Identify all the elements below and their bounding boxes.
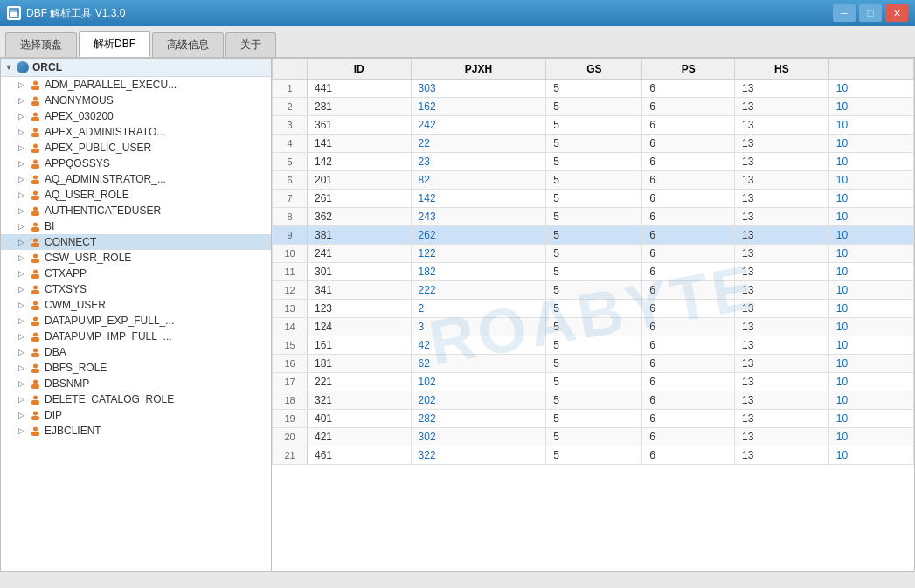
table-row[interactable]: 141243561310 xyxy=(273,318,914,336)
tree-item[interactable]: ▷ EJBCLIENT xyxy=(1,423,271,439)
tree-item-label: AQ_USER_ROLE xyxy=(45,189,129,201)
user-icon xyxy=(29,299,41,311)
cell-extra: 10 xyxy=(828,226,913,245)
table-row[interactable]: 19401282561310 xyxy=(273,410,914,428)
table-body: 1441303561310228116256131033612425613104… xyxy=(273,80,914,465)
table-row[interactable]: 8362243561310 xyxy=(273,208,914,226)
tree-item[interactable]: ▷ AUTHENTICATEDUSER xyxy=(1,203,271,218)
expand-arrow: ▷ xyxy=(17,96,25,105)
data-table-wrapper[interactable]: ROABYTE ID PJXH GS PS HS 144130356131022… xyxy=(272,59,914,571)
svg-point-30 xyxy=(33,301,38,305)
user-icon xyxy=(29,393,41,405)
cell-rownum: 1 xyxy=(273,80,308,98)
expand-arrow: ▷ xyxy=(17,395,25,404)
svg-rect-19 xyxy=(31,211,39,216)
tree-item[interactable]: ▷ APEX_030200 xyxy=(1,108,271,124)
tree-root-item[interactable]: ▼ ORCL xyxy=(1,59,271,77)
col-header-rownum xyxy=(273,59,308,80)
status-bar xyxy=(0,571,915,588)
col-header-hs[interactable]: HS xyxy=(734,59,828,80)
cell-rownum: 21 xyxy=(273,446,308,465)
table-row[interactable]: 7261142561310 xyxy=(273,190,914,208)
col-header-gs[interactable]: GS xyxy=(546,59,642,80)
tab-parse-dbf[interactable]: 解析DBF xyxy=(79,31,150,57)
cell-id: 123 xyxy=(308,300,412,318)
tab-about[interactable]: 关于 xyxy=(225,32,276,57)
table-row[interactable]: 11301182561310 xyxy=(273,263,914,281)
expand-arrow: ▷ xyxy=(17,269,25,278)
cell-ps: 6 xyxy=(642,355,735,373)
tree-item[interactable]: ▷ CTXSYS xyxy=(1,281,271,297)
table-row[interactable]: 10241122561310 xyxy=(273,245,914,263)
tree-item[interactable]: ▷ AQ_ADMINISTRATOR_... xyxy=(1,171,271,187)
cell-pjxh: 22 xyxy=(411,135,546,153)
table-row[interactable]: 1441303561310 xyxy=(273,80,914,98)
app-title: DBF 解析工具 V1.3.0 xyxy=(26,6,125,21)
table-row[interactable]: 414122561310 xyxy=(273,135,914,153)
svg-point-2 xyxy=(33,80,38,85)
col-header-id[interactable]: ID xyxy=(308,59,412,80)
tree-item[interactable]: ▷ DATAPUMP_IMP_FULL_... xyxy=(1,329,271,344)
col-header-ps[interactable]: PS xyxy=(642,59,735,80)
minimize-button[interactable]: ─ xyxy=(833,4,856,22)
tree-item[interactable]: ▷ ADM_PARALLEL_EXECU... xyxy=(1,77,271,93)
cell-extra: 10 xyxy=(828,135,913,153)
user-icon xyxy=(29,157,41,169)
table-row[interactable]: 20421302561310 xyxy=(273,428,914,446)
table-row[interactable]: 514223561310 xyxy=(273,153,914,171)
cell-rownum: 11 xyxy=(273,263,308,281)
cell-id: 461 xyxy=(308,446,412,465)
svg-point-36 xyxy=(33,348,38,352)
table-row[interactable]: 1516142561310 xyxy=(273,336,914,355)
cell-gs: 5 xyxy=(546,428,642,446)
tree-item[interactable]: ▷ AQ_USER_ROLE xyxy=(1,187,271,203)
table-row[interactable]: 17221102561310 xyxy=(273,373,914,391)
cell-hs: 13 xyxy=(734,410,828,428)
tree-item[interactable]: ▷ BI xyxy=(1,218,271,234)
cell-extra: 10 xyxy=(828,336,913,355)
tree-item[interactable]: ▷ APEX_PUBLIC_USER xyxy=(1,140,271,156)
table-row[interactable]: 12341222561310 xyxy=(273,281,914,300)
tree-item[interactable]: ▷ DELETE_CATALOG_ROLE xyxy=(1,391,271,407)
close-button[interactable]: ✕ xyxy=(885,4,908,22)
root-label: ORCL xyxy=(32,61,62,73)
cell-extra: 10 xyxy=(828,80,913,98)
table-row[interactable]: 2281162561310 xyxy=(273,98,914,116)
table-row[interactable]: 3361242561310 xyxy=(273,116,914,135)
tree-item-label: AQ_ADMINISTRATOR_... xyxy=(45,173,166,185)
cell-pjxh: 162 xyxy=(411,98,546,116)
col-header-pjxh[interactable]: PJXH xyxy=(411,59,546,80)
cell-rownum: 16 xyxy=(273,355,308,373)
title-bar: DBF 解析工具 V1.3.0 ─ □ ✕ xyxy=(0,0,915,26)
tree-item[interactable]: ▷ CWM_USER xyxy=(1,297,271,313)
tree-panel[interactable]: ▼ ORCL ▷ ADM_PARALLEL_EXECU...▷ ANONYMOU… xyxy=(1,59,272,571)
cell-pjxh: 242 xyxy=(411,116,546,135)
expand-arrow: ▷ xyxy=(17,159,25,168)
tab-advanced-info[interactable]: 高级信息 xyxy=(152,32,224,57)
cell-hs: 13 xyxy=(734,373,828,391)
table-row[interactable]: 18321202561310 xyxy=(273,391,914,410)
tree-item[interactable]: ▷ APEX_ADMINISTRATO... xyxy=(1,124,271,140)
tree-item[interactable]: ▷ CONNECT xyxy=(1,234,271,250)
svg-rect-41 xyxy=(31,384,39,389)
table-row[interactable]: 620182561310 xyxy=(273,171,914,190)
cell-gs: 5 xyxy=(546,226,642,245)
tree-item[interactable]: ▷ DIP xyxy=(1,407,271,423)
tab-select-disk[interactable]: 选择顶盘 xyxy=(5,32,77,57)
table-row[interactable]: 9381262561310 xyxy=(273,226,914,245)
tree-item[interactable]: ▷ DBSNMP xyxy=(1,376,271,391)
tree-item[interactable]: ▷ DATAPUMP_EXP_FULL_... xyxy=(1,313,271,329)
tree-item[interactable]: ▷ DBA xyxy=(1,344,271,360)
tree-item[interactable]: ▷ APPQOSSYS xyxy=(1,156,271,171)
svg-point-14 xyxy=(33,175,38,179)
table-row[interactable]: 21461322561310 xyxy=(273,446,914,465)
table-row[interactable]: 1618162561310 xyxy=(273,355,914,373)
maximize-button[interactable]: □ xyxy=(859,4,882,22)
tree-item[interactable]: ▷ ANONYMOUS xyxy=(1,93,271,108)
tree-item[interactable]: ▷ CSW_USR_ROLE xyxy=(1,250,271,266)
cell-hs: 13 xyxy=(734,135,828,153)
table-row[interactable]: 131232561310 xyxy=(273,300,914,318)
tree-item[interactable]: ▷ CTXAPP xyxy=(1,266,271,281)
tree-item[interactable]: ▷ DBFS_ROLE xyxy=(1,360,271,376)
cell-id: 321 xyxy=(308,391,412,410)
